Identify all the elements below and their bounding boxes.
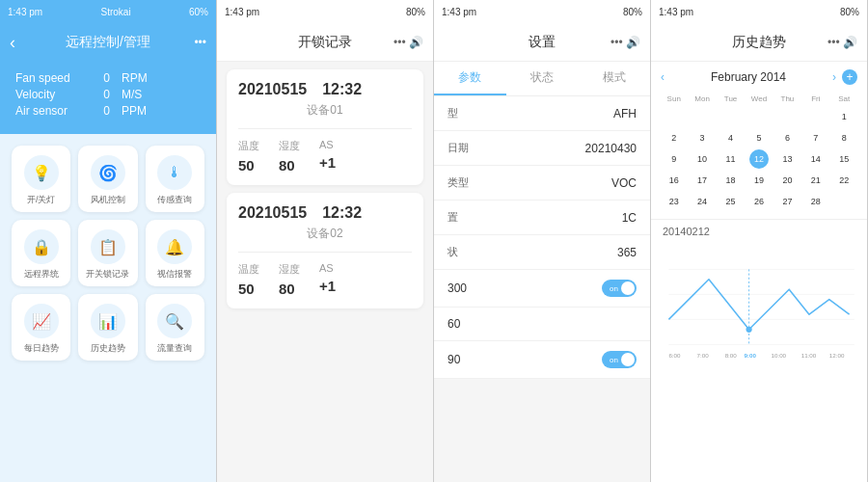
cal-day-10[interactable]: 10 [692, 149, 712, 169]
grid-item-sensor[interactable]: 🌡 传感查询 [146, 146, 204, 212]
svg-text:11:00: 11:00 [801, 352, 817, 359]
cal-day-21[interactable]: 21 [806, 171, 826, 190]
sensor-icon: 🌡 [157, 155, 192, 190]
cal-header-thu: Thu [774, 93, 800, 105]
metric-as-1: AS +1 [319, 139, 336, 174]
svg-text:8:00: 8:00 [725, 352, 738, 359]
settings-row-afh: 型 AFH [434, 96, 650, 131]
grid-item-records[interactable]: 📋 开关锁记录 [78, 220, 137, 286]
record-card-2: 20210515 12:32 设备02 温度 50 湿度 80 AS +1 [227, 193, 423, 308]
stat-label-airsensor: Air sensor [15, 104, 83, 118]
tab-status[interactable]: 状态 [506, 62, 579, 95]
cal-day-13[interactable]: 13 [777, 149, 797, 169]
cal-day-16[interactable]: 16 [665, 171, 684, 190]
cal-day-empty-4 [749, 107, 769, 126]
more-button-2[interactable]: ••• 🔊 [393, 36, 423, 49]
toggle-300[interactable]: on [602, 280, 637, 297]
cal-day-9[interactable]: 9 [665, 149, 684, 169]
cal-day-14[interactable]: 14 [806, 149, 826, 169]
daily-icon: 📈 [24, 304, 59, 338]
cal-day-6[interactable]: 6 [777, 128, 797, 147]
lock-icon: 🔒 [24, 229, 59, 264]
temp-label-1: 温度 [238, 139, 259, 153]
light-icon: 💡 [24, 155, 59, 190]
cal-day-20[interactable]: 20 [777, 171, 797, 190]
stats-section: Fan speed 0 RPM Velocity 0 M/S Air senso… [0, 62, 216, 134]
back-button-1[interactable]: ‹ [10, 33, 15, 53]
cal-day-23[interactable]: 23 [665, 192, 684, 211]
cal-day-22[interactable]: 22 [834, 171, 854, 190]
grid-item-history[interactable]: 📊 历史趋势 [78, 294, 137, 361]
grid-item-daily[interactable]: 📈 每日趋势 [12, 294, 70, 361]
add-date-button[interactable]: + [842, 69, 857, 85]
row-label-365: 状 [448, 245, 458, 259]
cal-day-7[interactable]: 7 [806, 128, 826, 147]
metric-hum-1: 湿度 80 [279, 139, 300, 174]
cal-header-wed: Wed [746, 93, 772, 105]
row-value-type: VOC [611, 176, 637, 190]
hum-value-1: 80 [279, 157, 300, 174]
cal-day-28[interactable]: 28 [806, 192, 826, 211]
grid-item-fan[interactable]: 🌀 风机控制 [78, 146, 137, 212]
cal-day-1[interactable]: 1 [834, 107, 854, 126]
toggle-90[interactable]: on [602, 351, 637, 368]
status-bar-1: 1:43 pm Strokai 60% [0, 0, 216, 23]
cal-day-19[interactable]: 19 [749, 171, 769, 190]
grid-item-alarm[interactable]: 🔔 视信报警 [146, 220, 204, 286]
row-value-300: 300 [448, 281, 467, 295]
cal-day-5[interactable]: 5 [749, 128, 769, 147]
cal-day-11[interactable]: 11 [721, 149, 741, 169]
cal-day-empty-1 [665, 107, 684, 126]
cal-day-25[interactable]: 25 [721, 192, 741, 211]
cal-day-26[interactable]: 26 [749, 192, 769, 211]
stat-unit-fanspeed: RPM [122, 71, 148, 85]
record-device-2: 设备02 [238, 226, 412, 242]
status-battery-1: 60% [189, 7, 208, 17]
cal-day-8[interactable]: 8 [834, 128, 854, 147]
stat-value-fanspeed: 0 [91, 71, 110, 85]
history-date-label: 20140212 [651, 220, 867, 243]
chart-area: 6:00 7:00 8:00 9:00 10:00 11:00 12:00 [651, 243, 867, 380]
grid-item-light[interactable]: 💡 开/关灯 [12, 146, 70, 212]
svg-text:7:00: 7:00 [697, 352, 710, 359]
cal-day-24[interactable]: 24 [692, 192, 712, 211]
cal-day-12[interactable]: 12 [749, 149, 769, 169]
as-label-1: AS [319, 139, 336, 150]
record-date-2: 20210515 [238, 204, 307, 222]
grid-item-flow[interactable]: 🔍 流量查询 [146, 294, 204, 361]
more-button-1[interactable]: ••• [194, 36, 206, 49]
svg-text:12:00: 12:00 [829, 352, 845, 359]
cal-day-2[interactable]: 2 [665, 128, 684, 147]
next-month-button[interactable]: › [832, 70, 836, 84]
cal-day-empty-6 [806, 107, 826, 126]
row-label-type: 类型 [448, 175, 469, 190]
svg-text:10:00: 10:00 [771, 352, 786, 359]
prev-month-button[interactable]: ‹ [661, 70, 665, 84]
stat-row-airsensor: Air sensor 0 PPM [15, 104, 201, 118]
row-value-date: 20210430 [585, 142, 637, 155]
row-label-1c: 置 [448, 210, 458, 225]
history-chart: 6:00 7:00 8:00 9:00 10:00 11:00 12:00 [659, 247, 859, 372]
more-button-4[interactable]: ••• 🔊 [827, 36, 857, 49]
cal-day-18[interactable]: 18 [721, 171, 741, 190]
grid-label-daily: 每日趋势 [24, 342, 59, 355]
calendar-section: ‹ February 2014 › + Sun Mon Tue Wed Thu … [651, 62, 867, 220]
cal-header-sun: Sun [661, 93, 687, 105]
status-time-3: 1:43 pm [442, 7, 476, 17]
grid-item-lock[interactable]: 🔒 远程界统 [12, 220, 70, 286]
record-card-1: 20210515 12:32 设备01 温度 50 湿度 80 AS +1 [227, 69, 423, 185]
toggle-on-label: on [610, 284, 618, 293]
cal-day-17[interactable]: 17 [692, 171, 712, 190]
tab-mode[interactable]: 模式 [578, 62, 650, 95]
calendar-nav: ‹ February 2014 › + [661, 69, 857, 85]
cal-header-fri: Fri [802, 93, 828, 105]
cal-day-3[interactable]: 3 [692, 128, 712, 147]
cal-day-4[interactable]: 4 [721, 128, 741, 147]
cal-day-27[interactable]: 27 [777, 192, 797, 211]
cal-header-sat: Sat [831, 93, 857, 105]
more-button-3[interactable]: ••• 🔊 [610, 36, 640, 49]
tab-params[interactable]: 参数 [434, 62, 506, 95]
panel-settings: 1:43 pm 80% 设置 ••• 🔊 参数 状态 模式 型 AFH 日期 2… [434, 0, 651, 482]
cal-day-15[interactable]: 15 [834, 149, 854, 169]
cal-day-empty-5 [777, 107, 797, 126]
